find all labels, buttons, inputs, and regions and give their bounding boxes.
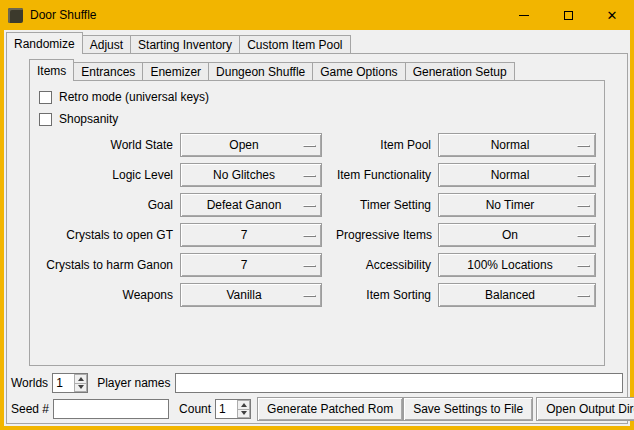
tab-adjust[interactable]: Adjust	[82, 35, 131, 54]
item-pool-value: Normal	[439, 138, 595, 152]
tab-randomize[interactable]: Randomize	[6, 32, 83, 54]
progressive-items-value: On	[439, 228, 595, 242]
item-pool-dropdown[interactable]: Normal	[438, 133, 596, 157]
count-spinner	[215, 399, 251, 419]
accessibility-value: 100% Locations	[439, 258, 595, 272]
option-fields: World State Open Logic Level No Glitches	[30, 130, 604, 310]
spin-down-icon[interactable]	[237, 410, 250, 419]
window-controls: ✕	[502, 0, 634, 30]
close-button[interactable]: ✕	[590, 0, 634, 30]
item-sorting-dropdown[interactable]: Balanced	[438, 283, 596, 307]
world-state-dropdown[interactable]: Open	[180, 133, 322, 157]
spin-up-icon[interactable]	[74, 374, 87, 384]
progressive-items-label: Progressive Items	[336, 228, 438, 242]
crystals-gt-value: 7	[181, 228, 321, 242]
item-pool-label: Item Pool	[336, 138, 438, 152]
randomize-panel: Items Entrances Enemizer Dungeon Shuffle…	[6, 53, 628, 424]
menu-indicator-icon	[303, 205, 316, 207]
spin-up-icon[interactable]	[237, 400, 250, 410]
spin-down-icon[interactable]	[74, 384, 87, 393]
menu-indicator-icon	[577, 295, 590, 297]
app-window: Door Shuffle ✕ Randomize Adjust Starting…	[0, 0, 634, 430]
item-functionality-label: Item Functionality	[336, 168, 438, 182]
right-field-column: Item Pool Normal Item Functionality Norm…	[336, 130, 596, 310]
crystals-ganon-label: Crystals to harm Ganon	[30, 258, 180, 272]
count-input[interactable]	[216, 400, 237, 418]
crystals-gt-label: Crystals to open GT	[30, 228, 180, 242]
tab-generation-setup[interactable]: Generation Setup	[405, 62, 515, 81]
window-content: Randomize Adjust Starting Inventory Cust…	[4, 30, 630, 426]
menu-indicator-icon	[303, 295, 316, 297]
weapons-dropdown[interactable]: Vanilla	[180, 283, 322, 307]
tab-dungeon-shuffle[interactable]: Dungeon Shuffle	[208, 62, 313, 81]
retro-mode-checkbox[interactable]	[39, 91, 52, 104]
shopsanity-checkbox[interactable]	[39, 113, 52, 126]
goal-dropdown[interactable]: Defeat Ganon	[180, 193, 322, 217]
app-icon	[8, 8, 23, 23]
worlds-label: Worlds	[11, 376, 48, 390]
menu-indicator-icon	[303, 235, 316, 237]
window-title: Door Shuffle	[30, 8, 97, 22]
left-field-column: World State Open Logic Level No Glitches	[30, 130, 322, 310]
seed-input[interactable]	[53, 399, 169, 419]
logic-level-label: Logic Level	[30, 168, 180, 182]
timer-setting-dropdown[interactable]: No Timer	[438, 193, 596, 217]
menu-indicator-icon	[577, 175, 590, 177]
logic-level-dropdown[interactable]: No Glitches	[180, 163, 322, 187]
tab-custom-item-pool[interactable]: Custom Item Pool	[239, 35, 350, 54]
shopsanity-row: Shopsanity	[39, 108, 604, 130]
item-functionality-value: Normal	[439, 168, 595, 182]
seed-label: Seed #	[11, 402, 49, 416]
item-sorting-value: Balanced	[439, 288, 595, 302]
goal-label: Goal	[30, 198, 180, 212]
count-spinner-arrows	[237, 400, 250, 418]
count-label: Count	[179, 402, 211, 416]
main-tab-bar: Randomize Adjust Starting Inventory Cust…	[6, 32, 351, 54]
menu-indicator-icon	[577, 235, 590, 237]
item-functionality-dropdown[interactable]: Normal	[438, 163, 596, 187]
seed-row: Seed # Count Generate Patched Rom Save S…	[11, 397, 623, 421]
maximize-icon	[564, 11, 573, 20]
tab-items[interactable]: Items	[29, 59, 74, 81]
worlds-spinner	[52, 373, 88, 393]
progressive-items-dropdown[interactable]: On	[438, 223, 596, 247]
retro-mode-row: Retro mode (universal keys)	[39, 86, 604, 108]
timer-setting-value: No Timer	[439, 198, 595, 212]
item-sorting-label: Item Sorting	[336, 288, 438, 302]
tab-starting-inventory[interactable]: Starting Inventory	[130, 35, 240, 54]
worlds-spinner-arrows	[74, 374, 87, 392]
player-names-label: Player names	[97, 376, 170, 390]
logic-level-value: No Glitches	[181, 168, 321, 182]
menu-indicator-icon	[303, 145, 316, 147]
player-names-input[interactable]	[175, 373, 624, 393]
tab-game-options[interactable]: Game Options	[312, 62, 405, 81]
worlds-row: Worlds Player names	[11, 372, 623, 394]
randomize-tab-bar: Items Entrances Enemizer Dungeon Shuffle…	[29, 59, 515, 81]
weapons-value: Vanilla	[181, 288, 321, 302]
menu-indicator-icon	[577, 265, 590, 267]
crystals-gt-dropdown[interactable]: 7	[180, 223, 322, 247]
accessibility-dropdown[interactable]: 100% Locations	[438, 253, 596, 277]
menu-indicator-icon	[577, 145, 590, 147]
minimize-button[interactable]	[502, 0, 546, 30]
tab-entrances[interactable]: Entrances	[73, 62, 143, 81]
items-panel: Retro mode (universal keys) Shopsanity W…	[29, 80, 605, 366]
open-output-button[interactable]: Open Output Directory	[536, 397, 634, 421]
retro-mode-label: Retro mode (universal keys)	[59, 90, 209, 104]
minimize-icon	[519, 15, 529, 16]
weapons-label: Weapons	[30, 288, 180, 302]
crystals-ganon-dropdown[interactable]: 7	[180, 253, 322, 277]
crystals-ganon-value: 7	[181, 258, 321, 272]
tab-enemizer[interactable]: Enemizer	[142, 62, 209, 81]
maximize-button[interactable]	[546, 0, 590, 30]
save-settings-button[interactable]: Save Settings to File	[403, 397, 533, 421]
world-state-value: Open	[181, 138, 321, 152]
world-state-label: World State	[30, 138, 180, 152]
generate-button[interactable]: Generate Patched Rom	[257, 397, 403, 421]
accessibility-label: Accessibility	[336, 258, 438, 272]
menu-indicator-icon	[577, 205, 590, 207]
timer-setting-label: Timer Setting	[336, 198, 438, 212]
menu-indicator-icon	[303, 175, 316, 177]
shopsanity-label: Shopsanity	[59, 112, 118, 126]
worlds-input[interactable]	[53, 374, 74, 392]
